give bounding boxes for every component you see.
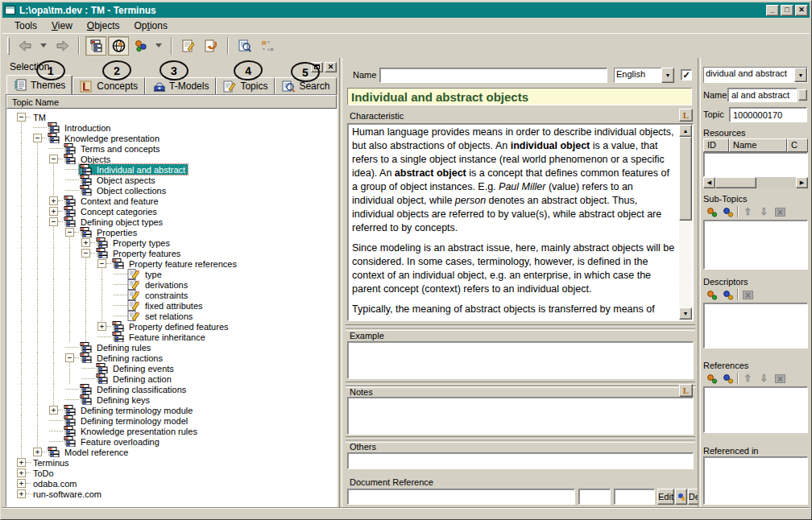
hscroll-right-arrow[interactable]: ▶: [796, 177, 808, 188]
tree-item-property-features[interactable]: −Property features: [17, 248, 336, 258]
collapse-box[interactable]: −: [65, 353, 74, 362]
tree-item-object-aspects[interactable]: Object aspects: [17, 175, 336, 185]
expand-box[interactable]: +: [17, 489, 26, 498]
referenced-in-list[interactable]: [703, 456, 808, 505]
expand-box[interactable]: +: [33, 448, 42, 456]
expand-box[interactable]: +: [49, 196, 58, 205]
side-name-more-button[interactable]: [798, 89, 807, 101]
others-input[interactable]: [347, 452, 694, 469]
link-button[interactable]: [721, 205, 735, 218]
tree-item-object-collections[interactable]: Object collections: [17, 185, 336, 196]
tree-column-header[interactable]: Topic Name: [6, 95, 337, 109]
minimize-button[interactable]: _: [766, 5, 779, 16]
tree-item-defining-classifications[interactable]: Defining classifications: [17, 384, 336, 394]
tree-item-knowledge-presentation[interactable]: −Knowledge presentation: [17, 133, 336, 143]
scroll-down-arrow[interactable]: ▼: [679, 307, 692, 320]
tree-item-terminus[interactable]: +Terminus: [17, 457, 336, 468]
notes-language-button[interactable]: L: [679, 384, 693, 397]
hierarchy-view-button[interactable]: [85, 36, 106, 56]
tab-themes[interactable]: Themes: [6, 75, 72, 94]
expand-box[interactable]: +: [17, 468, 26, 477]
collapse-box[interactable]: −: [97, 259, 106, 268]
tree-item-knowledge-presentation-rules[interactable]: Knowledge presentation rules: [17, 426, 336, 436]
maximize-button[interactable]: □: [781, 5, 793, 16]
add-button[interactable]: [705, 205, 719, 218]
tree-item-defining-action[interactable]: Defining action: [17, 373, 336, 384]
language-dropdown-arrow[interactable]: ▼: [661, 68, 674, 83]
collapse-box[interactable]: −: [49, 155, 58, 163]
close-button[interactable]: ✕: [795, 5, 808, 16]
references-list[interactable]: [703, 386, 808, 433]
tree-item-run-software-com[interactable]: +run-software.com: [17, 489, 336, 499]
collapse-box[interactable]: −: [81, 249, 90, 258]
delete-button[interactable]: ×: [741, 288, 755, 301]
characteristic-language-button[interactable]: L: [679, 109, 693, 122]
descriptors-list[interactable]: [703, 303, 808, 349]
expand-box[interactable]: +: [17, 479, 26, 488]
topic-combo-arrow[interactable]: ▼: [794, 68, 807, 82]
resources-table-body[interactable]: [703, 152, 808, 177]
verify-document-button[interactable]: [234, 36, 255, 56]
side-topic-input[interactable]: [729, 107, 807, 122]
tree-item-defining-keys[interactable]: Defining keys: [17, 394, 336, 405]
references-tool-button[interactable]: R: [257, 36, 278, 56]
tree-item-fixed-attributes[interactable]: fixed attributes: [17, 300, 336, 311]
globe-view-button[interactable]: [108, 36, 129, 56]
down-button[interactable]: ⇩: [757, 372, 771, 385]
tree-item-defining-object-types[interactable]: −Defining object types: [17, 217, 336, 227]
tree-item-defining-rules[interactable]: Defining rules: [17, 342, 336, 353]
tree-item-defining-terminology-module[interactable]: +Defining terminology module: [17, 405, 336, 415]
doc-ref-field2[interactable]: [578, 489, 611, 505]
expand-box[interactable]: +: [49, 207, 58, 216]
back-history-dropdown[interactable]: [38, 36, 50, 56]
add-button[interactable]: [705, 288, 719, 301]
doc-ref-edit-button[interactable]: Edit: [657, 489, 674, 505]
characteristic-textarea[interactable]: Human language provides means in order t…: [347, 123, 694, 321]
title-bar[interactable]: L:\opa\tm.dev : TM - Terminus _ □ ✕: [2, 2, 810, 18]
collapse-box[interactable]: −: [17, 113, 26, 122]
tree-item-property-defined-features[interactable]: +Property defined features: [17, 321, 336, 332]
tree-item-feature-inheritance[interactable]: Feature inheritance: [17, 332, 336, 342]
resources-column-id[interactable]: ID: [703, 138, 729, 152]
add-button[interactable]: [705, 372, 719, 385]
expand-box[interactable]: +: [81, 238, 90, 247]
tree-item-property-feature-references[interactable]: −Property feature references: [17, 258, 336, 269]
expand-box[interactable]: +: [97, 322, 106, 331]
tree-item-context-and-feature[interactable]: +Context and feature: [17, 196, 336, 206]
name-input[interactable]: [379, 68, 607, 83]
splitter-others[interactable]: [346, 436, 695, 440]
tree-item-model-reference[interactable]: +Model reference: [17, 447, 336, 457]
tree-item-type[interactable]: type: [17, 269, 336, 279]
tree-item-terms-and-concepts[interactable]: Terms and concepts: [17, 143, 336, 154]
collapse-box[interactable]: −: [49, 217, 58, 226]
objects-button[interactable]: [130, 36, 151, 56]
toolbar-grip[interactable]: [7, 37, 10, 55]
subtopics-list[interactable]: [703, 220, 808, 270]
tree-item-constraints[interactable]: constraints: [17, 290, 336, 300]
splitter-notes[interactable]: [346, 382, 695, 386]
topic-combo[interactable]: dividual and abstract ▼: [703, 67, 808, 83]
tree-item-defining-ractions[interactable]: −Defining ractions: [17, 353, 336, 363]
tree-item-concept-categories[interactable]: +Concept categories: [17, 206, 336, 217]
collapse-box[interactable]: −: [33, 134, 42, 142]
tree-item-derivations[interactable]: derivations: [17, 279, 336, 290]
splitter-example[interactable]: [346, 324, 695, 328]
notes-textarea[interactable]: [347, 397, 694, 435]
doc-ref-input[interactable]: [347, 489, 575, 505]
tree-item-introduction[interactable]: Introduction: [17, 122, 336, 133]
menu-objects[interactable]: Objects: [80, 19, 127, 33]
link-button[interactable]: [721, 372, 735, 385]
scroll-up-arrow[interactable]: ▲: [679, 125, 692, 137]
tree-item-property-types[interactable]: +Property types: [17, 237, 336, 248]
up-button[interactable]: ⇧: [741, 372, 755, 385]
language-checkbox[interactable]: ✓: [681, 69, 692, 80]
menu-options[interactable]: Options: [127, 19, 175, 33]
expand-box[interactable]: +: [17, 458, 26, 467]
doc-ref-field3[interactable]: [614, 489, 655, 505]
tree-item-set-relations[interactable]: set relations: [17, 311, 336, 321]
forward-button[interactable]: [52, 36, 72, 56]
back-button[interactable]: [15, 36, 36, 56]
example-textarea[interactable]: [347, 341, 694, 379]
collapse-box[interactable]: −: [65, 228, 74, 237]
edit-topic-button[interactable]: [178, 36, 199, 56]
